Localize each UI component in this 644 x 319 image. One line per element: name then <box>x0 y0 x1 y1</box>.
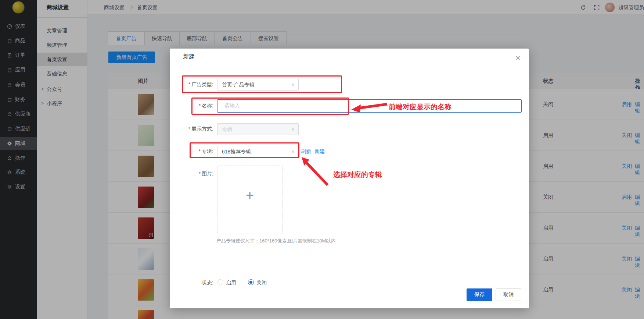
required-asterisk: * <box>188 81 190 87</box>
image-size-hint: 产品专辑建议尺寸：160*160像素,图片需限制在10M以内 <box>216 238 335 244</box>
name-placeholder: 请输入 <box>224 103 240 109</box>
album-value: 618推荐专辑 <box>222 149 251 155</box>
ad-type-label: *广告类型: <box>170 81 213 88</box>
radio-disable-label[interactable]: 关闭 <box>256 280 267 286</box>
plus-icon: + <box>217 187 282 203</box>
cancel-button[interactable]: 取消 <box>496 288 521 301</box>
album-create-link[interactable]: 新建 <box>314 148 325 155</box>
radio-disable[interactable] <box>248 279 254 285</box>
ad-type-select[interactable]: 首页-产品专辑 ∨ <box>217 79 299 91</box>
text-caret <box>222 103 222 109</box>
required-asterisk: * <box>199 103 201 109</box>
ad-type-value: 首页-产品专辑 <box>222 82 255 88</box>
display-mode-select[interactable]: 专辑 ∨ <box>217 123 299 135</box>
required-asterisk: * <box>199 171 201 177</box>
album-select[interactable]: 618推荐专辑 ∨ <box>217 146 299 157</box>
display-mode-value: 专辑 <box>222 126 232 132</box>
status-label: 状态: <box>170 280 213 286</box>
name-label: *名称: <box>170 103 213 109</box>
create-ad-modal: 新建 ✕ *广告类型: 首页-产品专辑 ∨ *名称: 请输入 *展示方式: 专辑… <box>170 49 529 308</box>
annotation-text-album: 选择对应的专辑 <box>333 170 382 180</box>
modal-title: 新建 <box>183 53 195 61</box>
image-label: *图片: <box>170 171 213 177</box>
chevron-down-icon: ∨ <box>291 124 295 135</box>
radio-enable-label[interactable]: 启用 <box>226 280 236 286</box>
radio-enable[interactable] <box>217 279 223 285</box>
save-button[interactable]: 保存 <box>467 288 492 301</box>
name-input[interactable]: 请输入 <box>217 99 522 113</box>
close-icon[interactable]: ✕ <box>514 54 522 62</box>
album-refresh-link[interactable]: 刷新 <box>301 148 311 155</box>
required-asterisk: * <box>188 126 190 132</box>
album-label: *专辑: <box>170 148 213 155</box>
chevron-down-icon: ∨ <box>291 79 295 90</box>
required-asterisk: * <box>199 148 201 154</box>
image-upload-box[interactable]: + <box>217 166 283 234</box>
display-mode-label: *展示方式: <box>170 126 213 132</box>
chevron-down-icon: ∨ <box>291 146 295 157</box>
app-screen: 仪表 商品 订单 应用 会员 财务 供应商 供应链 商城 操作 <box>0 0 644 319</box>
